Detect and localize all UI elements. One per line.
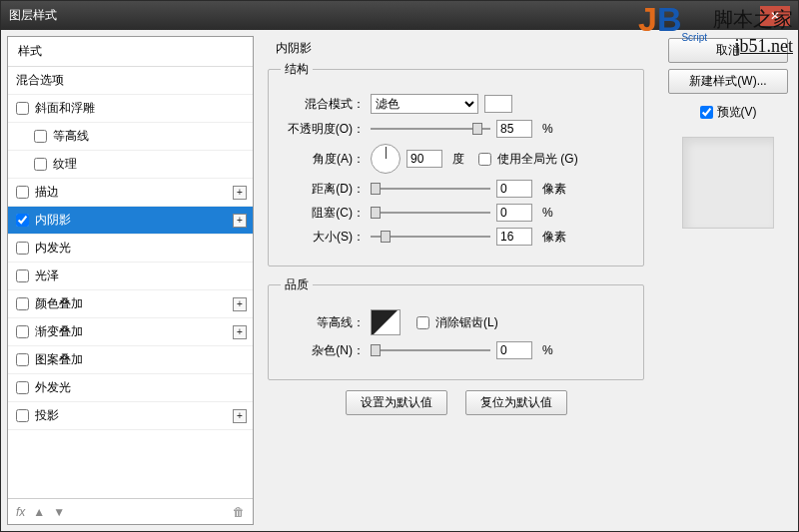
style-item-stroke[interactable]: 描边 + — [8, 179, 253, 207]
opacity-row: 不透明度(O)： % — [281, 120, 631, 138]
angle-input[interactable] — [406, 150, 442, 168]
global-light-checkbox[interactable] — [478, 153, 491, 166]
window-buttons: ✕ — [760, 6, 790, 26]
color-overlay-checkbox[interactable] — [16, 297, 29, 310]
style-item-contour[interactable]: 等高线 — [8, 123, 253, 151]
style-item-drop-shadow[interactable]: 投影 + — [8, 402, 253, 430]
window-title: 图层样式 — [9, 7, 57, 24]
opacity-input[interactable] — [496, 120, 532, 138]
arrow-up-icon[interactable]: ▲ — [33, 505, 45, 519]
choke-unit: % — [542, 206, 553, 220]
styles-header[interactable]: 样式 — [8, 37, 253, 67]
noise-row: 杂色(N)： % — [281, 341, 631, 359]
set-default-button[interactable]: 设置为默认值 — [346, 390, 447, 415]
cancel-button[interactable]: 取消 — [668, 38, 788, 63]
blending-options-label: 混合选项 — [16, 72, 64, 89]
size-row: 大小(S)： 像素 — [281, 228, 631, 246]
size-input[interactable] — [496, 228, 532, 246]
style-item-inner-glow[interactable]: 内发光 — [8, 235, 253, 263]
opacity-slider[interactable] — [371, 122, 490, 136]
fx-icon[interactable]: fx — [16, 505, 25, 519]
color-swatch[interactable] — [484, 95, 512, 113]
style-label: 描边 — [35, 184, 59, 201]
noise-unit: % — [542, 343, 553, 357]
style-item-outer-glow[interactable]: 外发光 — [8, 374, 253, 402]
drop-shadow-checkbox[interactable] — [16, 409, 29, 422]
style-item-satin[interactable]: 光泽 — [8, 263, 253, 290]
structure-group: 结构 混合模式： 滤色 不透明度(O)： % — [268, 61, 644, 266]
sidebar-footer: fx ▲ ▼ 🗑 — [8, 498, 253, 524]
close-icon[interactable]: ✕ — [760, 6, 790, 26]
contour-checkbox[interactable] — [34, 130, 47, 143]
blend-mode-row: 混合模式： 滤色 — [281, 94, 631, 114]
antialias-label: 消除锯齿(L) — [435, 314, 498, 331]
style-label: 内阴影 — [35, 212, 71, 229]
style-item-pattern-overlay[interactable]: 图案叠加 — [8, 346, 253, 374]
inner-glow-checkbox[interactable] — [16, 242, 29, 255]
distance-slider[interactable] — [371, 182, 490, 196]
style-label: 渐变叠加 — [35, 323, 83, 340]
outer-glow-checkbox[interactable] — [16, 381, 29, 394]
blend-mode-select[interactable]: 滤色 — [371, 94, 478, 114]
contour-label: 等高线： — [281, 314, 365, 331]
style-item-gradient-overlay[interactable]: 渐变叠加 + — [8, 318, 253, 346]
satin-checkbox[interactable] — [16, 269, 29, 282]
size-unit: 像素 — [542, 229, 566, 246]
style-item-bevel[interactable]: 斜面和浮雕 — [8, 95, 253, 123]
plus-icon[interactable]: + — [233, 186, 247, 200]
structure-legend: 结构 — [281, 61, 313, 78]
reset-default-button[interactable]: 复位为默认值 — [465, 390, 567, 415]
texture-checkbox[interactable] — [34, 158, 47, 171]
opacity-label: 不透明度(O)： — [281, 121, 365, 138]
style-label: 内发光 — [35, 240, 71, 257]
plus-icon[interactable]: + — [233, 325, 247, 339]
opacity-unit: % — [542, 122, 553, 136]
contour-row: 等高线： 消除锯齿(L) — [281, 309, 631, 335]
plus-icon[interactable]: + — [233, 409, 247, 423]
choke-input[interactable] — [496, 204, 532, 222]
preview-label: 预览(V) — [717, 104, 757, 121]
gradient-overlay-checkbox[interactable] — [16, 325, 29, 338]
noise-input[interactable] — [496, 341, 532, 359]
blending-options-item[interactable]: 混合选项 — [8, 67, 253, 95]
choke-label: 阻塞(C)： — [281, 205, 365, 222]
size-slider[interactable] — [371, 230, 490, 244]
inner-shadow-checkbox[interactable] — [16, 214, 29, 227]
styles-sidebar: 样式 混合选项 斜面和浮雕 等高线 纹理 描边 — [7, 36, 254, 525]
choke-row: 阻塞(C)： % — [281, 204, 631, 222]
new-style-button[interactable]: 新建样式(W)... — [668, 69, 788, 94]
quality-legend: 品质 — [281, 276, 313, 293]
size-label: 大小(S)： — [281, 229, 365, 246]
stroke-checkbox[interactable] — [16, 186, 29, 199]
arrow-down-icon[interactable]: ▼ — [53, 505, 65, 519]
contour-picker[interactable] — [371, 309, 400, 335]
style-label: 纹理 — [53, 156, 77, 173]
titlebar[interactable]: 图层样式 ✕ — [1, 1, 798, 30]
quality-group: 品质 等高线： 消除锯齿(L) 杂色(N)： % — [268, 276, 644, 380]
style-item-inner-shadow[interactable]: 内阴影 + — [8, 207, 253, 235]
plus-icon[interactable]: + — [233, 214, 247, 228]
noise-label: 杂色(N)： — [281, 342, 365, 359]
default-buttons-row: 设置为默认值 复位为默认值 — [268, 390, 644, 415]
settings-panel: 内阴影 结构 混合模式： 滤色 不透明度(O)： % — [254, 30, 658, 531]
style-label: 光泽 — [35, 267, 59, 284]
pattern-overlay-checkbox[interactable] — [16, 353, 29, 366]
dialog-body: 样式 混合选项 斜面和浮雕 等高线 纹理 描边 — [1, 30, 798, 531]
choke-slider[interactable] — [371, 206, 490, 220]
style-item-color-overlay[interactable]: 颜色叠加 + — [8, 290, 253, 318]
style-item-texture[interactable]: 纹理 — [8, 151, 253, 179]
blend-mode-label: 混合模式： — [281, 96, 365, 113]
angle-label: 角度(A)： — [281, 151, 365, 168]
noise-slider[interactable] — [371, 343, 490, 357]
panel-title: 内阴影 — [268, 40, 644, 57]
antialias-checkbox[interactable] — [416, 316, 429, 329]
bevel-checkbox[interactable] — [16, 102, 29, 115]
preview-checkbox[interactable] — [700, 106, 713, 119]
angle-dial[interactable] — [371, 144, 400, 174]
angle-row: 角度(A)： 度 使用全局光 (G) — [281, 144, 631, 174]
style-label: 颜色叠加 — [35, 295, 83, 312]
preview-thumbnail — [682, 137, 774, 229]
trash-icon[interactable]: 🗑 — [233, 505, 245, 519]
plus-icon[interactable]: + — [233, 297, 247, 311]
distance-input[interactable] — [496, 180, 532, 198]
